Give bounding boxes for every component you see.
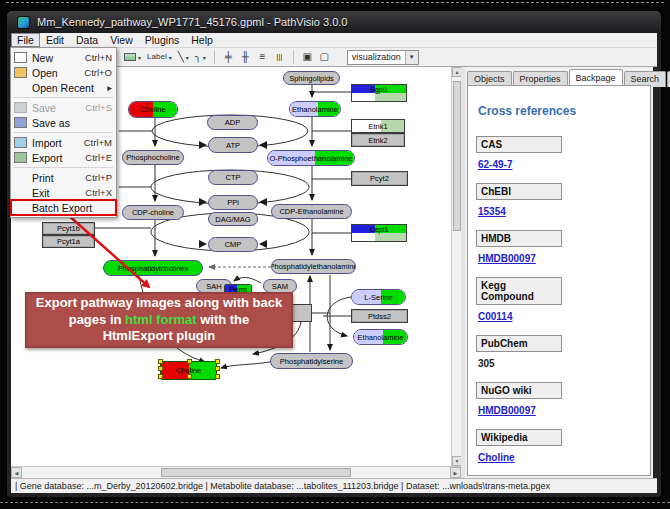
crossref-link[interactable]: 62-49-7 (478, 159, 512, 170)
menu-item-label: Batch Export (32, 202, 104, 214)
pathway-node-sam[interactable]: SAM (263, 279, 297, 293)
menu-item-open[interactable]: OpenCtrl+O (11, 65, 116, 80)
crossref-link[interactable]: C00114 (478, 311, 512, 322)
menu-item-new[interactable]: NewCtrl+N (11, 50, 116, 65)
pathway-node-etnk1[interactable]: Etnk1 (351, 119, 405, 133)
menubar-item-help[interactable]: Help (185, 33, 219, 47)
node-label: L-Serine (352, 290, 405, 304)
pathway-node-pcyt2[interactable]: Pcyt2 (351, 171, 408, 186)
pathway-node-ethanolamine[interactable]: Ethanolamine (289, 101, 341, 117)
menu-item-import[interactable]: ImportCtrl+M (11, 135, 116, 150)
vertical-scroll-thumb[interactable] (453, 81, 461, 231)
pathway-node-sgpl1[interactable]: Sgpl1 (351, 84, 407, 102)
horizontal-scrollbar[interactable]: ◀ ▶ (11, 466, 461, 478)
pathway-node-pcyt1b[interactable]: Pcyt1b (42, 222, 95, 235)
crossref-link[interactable]: HMDB00097 (478, 253, 536, 264)
pathway-node-cmp[interactable]: CMP (208, 237, 258, 252)
pathway-node-choline[interactable]: Choline (160, 361, 217, 380)
pathway-node-pcyt1a[interactable]: Pcyt1a (42, 235, 95, 248)
menu-separator (14, 132, 113, 133)
scroll-left-icon[interactable]: ◀ (11, 467, 22, 478)
node-label: Etnk1 (352, 120, 404, 132)
node-label: CDP-Ethanolamine (272, 205, 351, 218)
annotation-highlight: html format (125, 312, 197, 327)
selection-handle[interactable] (215, 359, 220, 364)
crossref-link[interactable]: Choline (478, 452, 515, 463)
align-middle-button[interactable]: ╫ (237, 49, 254, 65)
menu-item-shortcut: Ctrl+X (85, 187, 112, 198)
menu-item-open-recent[interactable]: Open Recent▸ (11, 80, 116, 95)
backpage-panel: Cross references CAS62-49-7ChEBI15354HMD… (467, 85, 651, 476)
pathway-node-ppi[interactable]: PPi (208, 195, 258, 210)
align-center-button[interactable]: ╪ (220, 49, 237, 65)
common-height-icon: ≡ (259, 52, 265, 62)
menu-item-export[interactable]: ExportCtrl+E (11, 150, 116, 165)
pathway-node-cdp-ethanolamine[interactable]: CDP-Ethanolamine (271, 204, 352, 219)
to-back-button[interactable]: ▢ (316, 49, 333, 65)
horizontal-scroll-thumb[interactable] (161, 468, 351, 477)
node-row-bottom (352, 93, 406, 101)
pathway-node-phosphocholine[interactable]: Phosphocholine (122, 150, 184, 165)
vertical-scrollbar[interactable]: ▲ ▼ (451, 67, 461, 466)
menu-item-save-as[interactable]: Save as (11, 115, 116, 130)
pathway-node-phosphatidylserine[interactable]: Phosphatidylserine (270, 353, 353, 369)
menu-item-batch-export[interactable]: Batch Export (11, 200, 116, 215)
pathway-node-cdp-choline[interactable]: CDP-choline (122, 205, 184, 220)
pathway-node-phosphatidylethanolamine[interactable]: Phosphatidylethanolamine (271, 259, 356, 274)
datanode-button[interactable]: ▾ (121, 49, 144, 65)
menu-item-exit[interactable]: ExitCtrl+X (11, 185, 116, 200)
selection-handle[interactable] (158, 366, 163, 371)
pathway-node-unlabeled[interactable] (291, 304, 312, 322)
pathway-node-sphingolipids[interactable]: Sphingolipids (283, 71, 340, 85)
selection-handle[interactable] (158, 374, 163, 379)
pathway-node-phosphatidylcholines[interactable]: Phosphatidylcholines (103, 260, 203, 276)
node-label: CDP-choline (123, 206, 183, 219)
pathway-node-o-phosphoethanolamine[interactable]: O-Phosphoethanolamine (267, 150, 355, 166)
common-width-button[interactable]: ||| (271, 49, 288, 65)
selection-handle[interactable] (215, 374, 220, 379)
selection-handle[interactable] (215, 366, 220, 371)
label-button[interactable]: Label▾ (144, 49, 175, 65)
menu-item-shortcut: Ctrl+E (85, 152, 112, 163)
pathway-node-dag-mag[interactable]: DAG/MAG (208, 212, 258, 226)
line-button[interactable]: ╲▾ (175, 49, 192, 65)
import-icon (14, 137, 27, 148)
to-front-button[interactable]: ▣ (299, 49, 316, 65)
pathway-node-l-serine[interactable]: L-Serine (351, 289, 406, 305)
pathway-node-choline[interactable]: Choline (128, 101, 178, 118)
chevron-down-icon[interactable]: ▼ (405, 51, 418, 64)
menubar-item-plugins[interactable]: Plugins (139, 33, 185, 47)
pathway-node-ethanolamine[interactable]: Ethanolamine (353, 329, 408, 345)
pathway-node-ctp[interactable]: CTP (208, 170, 258, 185)
node-label: Pcyt1b (43, 223, 94, 234)
visualization-combobox[interactable]: visualization ▼ (347, 50, 419, 65)
common-height-button[interactable]: ≡ (254, 49, 271, 65)
node-label: Pcyt1a (43, 236, 94, 247)
pathway-node-ptdss2[interactable]: Ptdss2 (351, 309, 408, 323)
node-label: Ethanolamine (290, 102, 340, 116)
selection-handle[interactable] (187, 374, 192, 379)
selection-handle[interactable] (187, 359, 192, 364)
node-label: CTP (209, 171, 257, 184)
menu-item-label: Save (32, 102, 77, 114)
menubar-item-view[interactable]: View (104, 33, 139, 47)
menubar-item-file[interactable]: File (11, 33, 40, 47)
datasource-value: 15354 (478, 206, 650, 217)
pathway-node-etnk2[interactable]: Etnk2 (351, 133, 405, 147)
pathway-node-cept1[interactable]: Cept1 (351, 224, 407, 242)
connector-button[interactable]: ╮▾ (192, 49, 209, 65)
menu-separator (14, 167, 113, 168)
crossref-link[interactable]: HMDB00097 (478, 405, 536, 416)
menubar-item-data[interactable]: Data (70, 33, 104, 47)
menu-item-save[interactable]: SaveCtrl+S (11, 100, 116, 115)
selection-handle[interactable] (158, 359, 163, 364)
menu-item-print[interactable]: PrintCtrl+P (11, 170, 116, 185)
crossref-link[interactable]: 15354 (478, 206, 506, 217)
menu-item-label: New (32, 52, 77, 64)
pathway-node-adp[interactable]: ADP (207, 115, 258, 130)
menubar-item-edit[interactable]: Edit (40, 33, 70, 47)
scroll-right-icon[interactable]: ▶ (450, 467, 461, 478)
pathway-node-atp[interactable]: ATP (208, 137, 258, 153)
datasource-header: HMDB (476, 230, 562, 247)
tab-backpage[interactable]: Backpage (569, 69, 623, 85)
